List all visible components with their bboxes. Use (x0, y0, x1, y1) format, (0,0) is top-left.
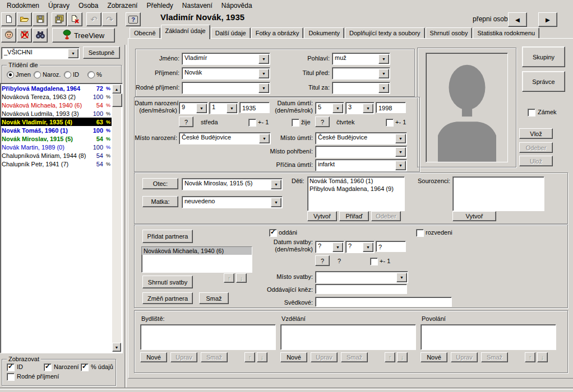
menu-nastaveni[interactable]: Nastavení (178, 1, 217, 11)
open-file-button[interactable] (17, 12, 32, 26)
death-month-combobox[interactable]: 3▼ (345, 102, 375, 114)
misto-narozeni-combobox[interactable]: České Budějovice▼ (179, 132, 271, 144)
radio-sort-jmen[interactable] (7, 71, 14, 78)
pohlavi-combobox[interactable]: muž▼ (332, 53, 390, 65)
siblings-list[interactable] (452, 176, 544, 211)
menu-osoba[interactable]: Osoba (74, 1, 103, 11)
chevron-down-icon[interactable]: ▼ (378, 54, 389, 64)
chevron-down-icon[interactable]: ▼ (68, 49, 78, 58)
partner-list-item-selected[interactable]: Nováková Michaela, 1940 (6) (142, 247, 252, 255)
spravce-button[interactable]: Správce (522, 71, 565, 92)
vzdelani-move-up-button[interactable]: ↑ (385, 352, 395, 362)
sort-descending-button[interactable]: Sestupně (83, 46, 120, 59)
tab-dokumenty[interactable]: Dokumenty (304, 27, 344, 39)
povolani-nove-button[interactable]: Nové (420, 352, 447, 362)
bydliste-move-up-button[interactable]: ↑ (244, 352, 255, 362)
child-prirad-button[interactable]: Přiřaď (339, 211, 369, 221)
prijmeni-combobox[interactable]: Novák▼ (182, 67, 270, 80)
otec-button[interactable]: Otec: (142, 178, 178, 189)
menu-rodokmen[interactable]: Rodokmen (2, 1, 44, 11)
list-item-selected[interactable]: Novák Vladimír, 1935 (4)63% (1, 118, 112, 126)
birth-day-combobox[interactable]: 9▼ (179, 102, 208, 114)
list-item[interactable]: Chalupník Petr, 1941 (7)54% (1, 160, 112, 168)
list-item[interactable]: Nováková Michaela, 1940 (6)54% (1, 101, 112, 109)
list-item[interactable]: Novák Martin, 1989 (0)100% (1, 143, 112, 151)
scroll-down-button[interactable]: ▼ (112, 343, 121, 352)
povolani-move-down-button[interactable]: ↓ (537, 352, 548, 362)
death-plusminus-checkbox[interactable] (386, 119, 394, 127)
chevron-down-icon[interactable]: ▼ (271, 180, 281, 189)
tab-doplnujici-texty[interactable]: Doplňující texty a soubory (345, 27, 425, 39)
rodne-prijmeni-combobox[interactable]: ▼ (182, 82, 270, 94)
search-button[interactable] (33, 28, 48, 43)
titul-za-combobox[interactable]: ▼ (332, 82, 390, 94)
death-day-combobox[interactable]: 5▼ (315, 102, 344, 114)
radio-sort-id[interactable] (64, 71, 71, 78)
radio-sort-naroz[interactable] (34, 71, 41, 78)
new-file-button[interactable] (1, 12, 16, 26)
chevron-down-icon[interactable]: ▼ (363, 242, 373, 252)
menu-zobrazeni[interactable]: Zobrazení (103, 1, 142, 11)
save-button[interactable] (33, 12, 48, 26)
marriage-month-combobox[interactable]: ?▼ (345, 241, 375, 253)
menu-prehledy[interactable]: Přehledy (142, 1, 177, 11)
list-item[interactable]: Novák Tomáš, 1960 (1)100% (1, 126, 112, 134)
menu-napoveda[interactable]: Nápověda (217, 1, 257, 11)
chevron-down-icon[interactable]: ▼ (227, 104, 237, 113)
bydliste-move-down-button[interactable]: ↓ (257, 352, 267, 362)
chevron-down-icon[interactable]: ▼ (332, 242, 343, 252)
chevron-down-icon[interactable]: ▼ (378, 69, 389, 78)
checkbox-procent-udaju[interactable] (81, 363, 89, 371)
vzdelani-move-down-button[interactable]: ↓ (397, 352, 408, 362)
child-odeber-button[interactable]: Odeber (371, 211, 401, 221)
otec-combobox[interactable]: Novák Miroslav, 1915 (5)▼ (182, 178, 283, 190)
marriage-year-input[interactable] (376, 241, 406, 252)
add-person-button[interactable] (1, 28, 16, 43)
matka-combobox[interactable]: neuvedeno▼ (182, 196, 283, 208)
chevron-down-icon[interactable]: ▼ (363, 104, 373, 113)
matka-button[interactable]: Matka: (142, 196, 178, 207)
delete-person-button[interactable] (17, 28, 32, 43)
birth-month-combobox[interactable]: 1▼ (209, 102, 238, 114)
checkbox-id[interactable] (7, 363, 15, 371)
povolani-list[interactable] (420, 324, 556, 350)
scroll-up-button[interactable]: ▲ (112, 85, 121, 94)
death-unknown-date-button[interactable]: ? (315, 116, 330, 127)
help-button[interactable]: ? (126, 12, 141, 26)
delete-file-button[interactable] (67, 12, 82, 26)
bydliste-uprav-button[interactable]: Uprav (170, 352, 197, 362)
birth-unknown-date-button[interactable]: ? (179, 116, 193, 127)
chevron-down-icon[interactable]: ▼ (395, 161, 406, 170)
pricina-umrti-combobox[interactable]: infarkt▼ (315, 159, 407, 171)
radio-sort-percent[interactable] (87, 71, 95, 78)
checkbox-narozeni[interactable] (44, 363, 52, 371)
checkbox-rodne-prijmeni[interactable] (7, 373, 15, 381)
partner-move-up-button[interactable]: ↑ (224, 273, 234, 283)
smaz-partnera-button[interactable]: Smaž (199, 292, 229, 304)
jmeno-combobox[interactable]: Vladimír▼ (182, 53, 270, 65)
zije-checkbox[interactable] (292, 119, 299, 127)
list-item[interactable]: Nováková Ludmila, 1993 (3)100% (1, 109, 112, 118)
child-list-item[interactable]: Novák Tomáš, 1960 (1) (308, 177, 404, 185)
zmen-partnera-button[interactable]: Změň partnera (142, 292, 193, 304)
list-item[interactable]: Chalupníková Miriam, 1944 (8)54% (1, 151, 112, 160)
undo-button[interactable]: ↶ (86, 12, 101, 26)
uloz-photo-button[interactable]: Ulož (519, 156, 553, 166)
marriage-unknown-date-button[interactable]: ? (315, 255, 330, 266)
vzdelani-nove-button[interactable]: Nové (280, 352, 307, 362)
vloz-photo-button[interactable]: Vlož (519, 128, 553, 139)
titul-pred-combobox[interactable]: ▼ (332, 67, 390, 80)
next-person-button[interactable]: ► (538, 12, 557, 27)
partner-list[interactable]: Nováková Michaela, 1940 (6) (141, 246, 252, 273)
misto-svatby-combobox[interactable]: ▼ (315, 271, 408, 283)
treeview-button[interactable]: TreeView (52, 28, 115, 43)
chevron-down-icon[interactable]: ▼ (258, 69, 269, 78)
bydliste-smaz-button[interactable]: Smaž (201, 352, 228, 362)
child-vytvor-button[interactable]: Vytvoř (307, 211, 337, 221)
list-item[interactable]: Nováková Tereza, 1963 (2)100% (1, 92, 112, 101)
chevron-down-icon[interactable]: ▼ (258, 54, 269, 64)
birth-plusminus-checkbox[interactable] (248, 119, 256, 127)
zamek-checkbox[interactable] (528, 109, 535, 116)
tab-obecne[interactable]: Obecně (130, 27, 160, 39)
menu-upravy[interactable]: Úpravy (44, 1, 74, 11)
